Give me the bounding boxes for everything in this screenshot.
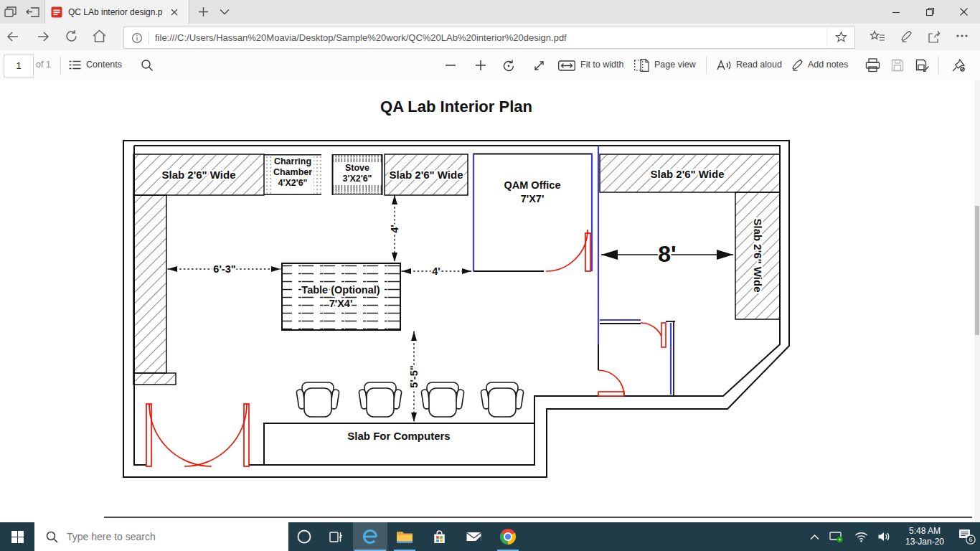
tab-close-icon[interactable] bbox=[170, 8, 179, 17]
dim-4v-label: 4' bbox=[389, 225, 400, 233]
taskbar-edge-button[interactable] bbox=[353, 522, 387, 551]
action-center-button[interactable]: 6 bbox=[954, 522, 980, 551]
notification-badge: 6 bbox=[969, 536, 972, 543]
mail-icon bbox=[466, 530, 482, 543]
taskbar-store-button[interactable] bbox=[422, 522, 456, 551]
scrollbar-thumb[interactable] bbox=[975, 206, 979, 335]
more-options-icon[interactable] bbox=[956, 34, 969, 38]
charring-label-3: 4'X2'6" bbox=[278, 178, 307, 188]
forward-icon[interactable] bbox=[36, 29, 50, 44]
fullscreen-icon[interactable] bbox=[532, 59, 546, 72]
refresh-icon[interactable] bbox=[65, 29, 78, 43]
pdf-content: QA Lab Interior Plan bbox=[0, 80, 980, 522]
screen: QC LAb interior design.p bbox=[0, 0, 980, 551]
contents-label[interactable]: Contents bbox=[86, 60, 122, 70]
save-icon[interactable] bbox=[891, 59, 904, 72]
rotate-icon[interactable] bbox=[501, 58, 517, 74]
tab-preview-icon[interactable] bbox=[4, 6, 17, 18]
taskbar: 5:48 AM 13-Jan-20 6 bbox=[0, 522, 980, 551]
slab-right-side-label: Slab 2'6" Wide bbox=[752, 218, 764, 292]
file-explorer-icon bbox=[396, 530, 413, 544]
inner-door-swing bbox=[641, 323, 664, 346]
favorite-star-button[interactable] bbox=[826, 27, 854, 47]
close-button[interactable] bbox=[947, 0, 980, 24]
url-input[interactable] bbox=[155, 32, 854, 43]
add-notes-icon[interactable] bbox=[791, 59, 805, 72]
tray-display-button[interactable] bbox=[825, 522, 848, 551]
taskbar-search-input[interactable] bbox=[65, 530, 248, 543]
home-icon[interactable] bbox=[92, 29, 107, 44]
chevron-up-icon bbox=[810, 534, 819, 540]
taskbar-search[interactable] bbox=[34, 522, 288, 551]
back-icon[interactable] bbox=[6, 29, 20, 44]
tray-volume-button[interactable] bbox=[872, 522, 895, 551]
browser-tab[interactable]: QC LAb interior design.p bbox=[44, 0, 189, 24]
contents-icon[interactable] bbox=[69, 60, 81, 70]
task-view-button[interactable] bbox=[320, 522, 352, 551]
slab-top-right-label: Slab 2'6" Wide bbox=[650, 168, 724, 180]
save-as-icon[interactable] bbox=[915, 59, 930, 72]
stove-label-1: Stove bbox=[345, 163, 369, 173]
minimize-button[interactable] bbox=[880, 0, 913, 24]
inner-door-leaf bbox=[661, 323, 666, 347]
qam-office-door-swing bbox=[546, 230, 588, 271]
page-number-input[interactable] bbox=[4, 55, 34, 77]
set-tabs-aside-icon[interactable] bbox=[26, 6, 40, 18]
clock-time: 5:48 AM bbox=[909, 526, 941, 537]
qam-office-label-1: QAM Office bbox=[504, 179, 561, 191]
find-icon[interactable] bbox=[141, 59, 154, 72]
pdf-file-icon bbox=[51, 6, 62, 18]
annotate-pen-icon[interactable] bbox=[900, 30, 914, 44]
favorites-hub-icon[interactable] bbox=[870, 30, 885, 44]
floor-plan-drawing: QA Lab Interior Plan bbox=[0, 80, 980, 522]
new-tab-button[interactable] bbox=[198, 6, 209, 17]
charring-label-1: Charring bbox=[274, 156, 311, 166]
add-notes-label[interactable]: Add notes bbox=[808, 60, 848, 70]
qam-office bbox=[473, 154, 593, 271]
tab-list-chevron-icon[interactable] bbox=[220, 9, 230, 15]
fit-to-width-icon[interactable] bbox=[558, 60, 575, 71]
table-label-2: 7'X4' bbox=[329, 298, 353, 309]
browser-tab-bar: QC LAb interior design.p bbox=[0, 0, 980, 24]
zoom-in-icon[interactable] bbox=[475, 60, 486, 71]
print-icon[interactable] bbox=[865, 58, 880, 72]
clock-date: 13-Jan-20 bbox=[905, 537, 944, 547]
slab-left-column-foot bbox=[133, 373, 176, 385]
page-view-label[interactable]: Page view bbox=[654, 60, 696, 70]
zoom-out-icon[interactable] bbox=[445, 60, 456, 70]
charring-label-2: Chamber bbox=[273, 167, 312, 177]
tray-overflow-chevron[interactable] bbox=[805, 522, 824, 551]
taskbar-chrome-button[interactable] bbox=[491, 522, 525, 551]
page-view-icon[interactable] bbox=[634, 59, 649, 72]
read-aloud-icon[interactable] bbox=[716, 59, 732, 72]
chair-1 bbox=[296, 382, 339, 417]
unpin-toolbar-icon[interactable] bbox=[951, 58, 966, 72]
share-icon[interactable] bbox=[927, 30, 941, 44]
site-info-icon[interactable] bbox=[131, 32, 143, 44]
wifi-icon bbox=[854, 532, 868, 542]
edge-icon bbox=[361, 527, 380, 546]
cortana-button[interactable] bbox=[288, 522, 320, 551]
entrance-double-door bbox=[146, 404, 249, 466]
cortana-icon bbox=[296, 529, 312, 545]
start-button[interactable] bbox=[0, 522, 34, 551]
scrollbar[interactable] bbox=[974, 80, 980, 522]
task-view-icon bbox=[329, 531, 343, 543]
chrome-icon bbox=[500, 529, 516, 545]
taskbar-explorer-button[interactable] bbox=[387, 522, 422, 551]
slab-left-column bbox=[133, 195, 166, 373]
slab-top-left-label: Slab 2'6" Wide bbox=[161, 169, 235, 181]
read-aloud-label[interactable]: Read aloud bbox=[736, 60, 782, 70]
tab-title: QC LAb interior design.p bbox=[68, 7, 170, 17]
store-icon bbox=[432, 529, 447, 545]
page-count-label: of 1 bbox=[36, 60, 51, 70]
address-bar[interactable] bbox=[123, 27, 855, 49]
restore-button[interactable] bbox=[913, 0, 946, 24]
taskbar-mail-button[interactable] bbox=[456, 522, 491, 551]
pdf-toolbar: of 1 Contents Fit t bbox=[0, 50, 980, 81]
fit-to-width-label[interactable]: Fit to width bbox=[580, 60, 623, 70]
tray-clock[interactable]: 5:48 AM 13-Jan-20 bbox=[895, 522, 954, 551]
tray-network-button[interactable] bbox=[849, 522, 872, 551]
dim-4h-label: 4' bbox=[432, 265, 440, 277]
chair-2 bbox=[359, 382, 402, 417]
